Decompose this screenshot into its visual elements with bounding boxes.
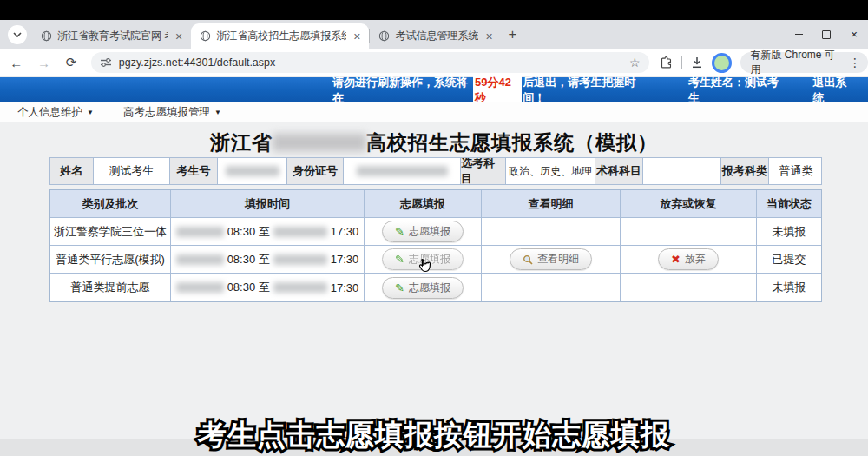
art-subject-label: 术科科目 <box>595 158 643 184</box>
tab-close-icon[interactable]: × <box>174 30 184 43</box>
back-button[interactable]: ← <box>5 56 28 70</box>
header-category: 类别及批次 <box>50 190 171 218</box>
tab-volunteer-system[interactable]: 浙江省高校招生志愿填报系统 × <box>191 23 369 49</box>
id-card-value-redacted <box>344 158 461 184</box>
tab-title: 浙江省教育考试院官网 考生办 <box>57 29 168 43</box>
logout-link[interactable]: 退出系统 <box>812 75 856 106</box>
abandon-button[interactable]: ✖ 放弃 <box>658 248 719 270</box>
time-end: 17:30 <box>331 253 359 266</box>
status-value: 未填报 <box>757 274 821 301</box>
time-start: 08:30 至 <box>227 280 270 295</box>
fill-cell: ✎ 志愿填报 <box>365 274 482 301</box>
notice-suffix: 后退出，请考生把握时间！ <box>523 75 652 106</box>
table-row: 普通类平行志愿(模拟) 08:30 至 17:30 ✎ 志愿填报 <box>50 246 821 274</box>
red-x-icon: ✖ <box>671 254 681 265</box>
new-tab-button[interactable]: + <box>509 26 517 43</box>
caret-down-icon: ▼ <box>87 109 94 116</box>
row-time: 08:30 至 17:30 <box>171 246 365 274</box>
globe-icon <box>41 30 52 42</box>
tab-title: 考试信息管理系统 <box>395 29 478 43</box>
redacted-year-blur <box>273 134 366 151</box>
pencil-icon: ✎ <box>395 282 404 294</box>
subjects-value: 政治、历史、地理 <box>506 158 595 184</box>
countdown-timer: 59分42秒 <box>473 75 522 106</box>
bookmark-star-icon[interactable]: ☆ <box>629 56 641 69</box>
redacted-blur <box>357 166 448 176</box>
system-notice-bar: 请勿进行刷新操作，系统将在 59分42秒 后退出，请考生把握时间！ 考生姓名：测… <box>0 77 868 102</box>
title-suffix: 高校招生志愿填报系统（模拟） <box>366 131 658 154</box>
tab-exam-info-system[interactable]: 考试信息管理系统 × <box>370 23 501 49</box>
page-title: 浙江省高校招生志愿填报系统（模拟） <box>0 129 868 156</box>
id-card-label: 身份证号 <box>287 158 344 184</box>
menu-label: 个人信息维护 <box>17 105 82 120</box>
window-controls: × <box>785 20 868 49</box>
row-time: 08:30 至 17:30 <box>171 274 365 301</box>
caret-down-icon: ▼ <box>214 109 221 116</box>
status-value: 已提交 <box>757 246 821 274</box>
row-time: 08:30 至 17:30 <box>171 218 365 246</box>
abandon-cell-empty <box>621 274 757 301</box>
menu-personal-info[interactable]: 个人信息维护 ▼ <box>17 105 94 120</box>
reload-button[interactable]: ⟳ <box>60 55 82 70</box>
fill-volunteer-button[interactable]: ✎ 志愿填报 <box>382 248 464 270</box>
magnifier-icon <box>523 254 533 265</box>
redacted-date-blur <box>176 227 224 237</box>
header-abandon: 放弃或恢复 <box>621 190 757 218</box>
notice-prefix: 请勿进行刷新操作，系统将在 <box>332 75 472 106</box>
video-caption: 考生点击志愿填报按钮开始志愿填报 <box>0 416 868 455</box>
title-prefix: 浙江省 <box>210 131 273 154</box>
pencil-icon: ✎ <box>395 226 404 237</box>
browser-toolbar: ← → ⟳ pgzy.zjzs.net:44301/default.aspx ☆… <box>0 49 868 77</box>
button-label: 放弃 <box>685 252 706 267</box>
exam-id-label: 考生号 <box>170 158 218 184</box>
letterbox-bar <box>0 0 868 20</box>
view-detail-button[interactable]: 查看明细 <box>510 248 592 270</box>
student-info-table: 姓名 测试考生 考生号 身份证号 选考科目 政治、历史、地理 术科科目 报考科类… <box>49 157 822 185</box>
student-name-label: 考生姓名：测试考生 <box>688 75 786 106</box>
detail-cell-empty <box>482 218 621 246</box>
fill-volunteer-button[interactable]: ✎ 志愿填报 <box>382 277 464 299</box>
button-label: 志愿填报 <box>409 224 450 239</box>
redacted-date-blur <box>176 282 224 293</box>
profile-avatar[interactable] <box>712 53 732 73</box>
download-icon[interactable] <box>691 56 703 69</box>
detail-cell: 查看明细 <box>482 246 621 274</box>
exam-id-value-redacted <box>218 158 287 184</box>
status-value: 未填报 <box>757 218 821 246</box>
address-bar[interactable]: pgzy.zjzs.net:44301/default.aspx ☆ <box>91 52 649 73</box>
redacted-blur <box>226 166 279 176</box>
tab-exam-office[interactable]: 浙江省教育考试院官网 考生办 × <box>32 23 191 49</box>
forward-button[interactable]: → <box>33 56 56 70</box>
category-value: 普通类 <box>769 158 823 184</box>
globe-icon <box>200 30 211 42</box>
header-time: 填报时间 <box>171 190 365 218</box>
menu-label: 高考志愿填报管理 <box>123 105 210 120</box>
menu-volunteer-management[interactable]: 高考志愿填报管理 ▼ <box>123 105 221 120</box>
extensions-icon[interactable] <box>660 56 673 69</box>
browser-menu-icon[interactable]: ⋮ <box>849 56 861 69</box>
maximize-button[interactable] <box>812 20 840 49</box>
close-window-button[interactable]: × <box>840 20 868 49</box>
screenshot-root: 浙江省教育考试院官网 考生办 × 浙江省高校招生志愿填报系统 × 考试信息管理系… <box>0 0 868 456</box>
batch-table: 类别及批次 填报时间 志愿填报 查看明细 放弃或恢复 当前状态 浙江警察学院三位… <box>49 189 822 302</box>
row-category: 普通类提前志愿 <box>50 274 171 301</box>
name-label: 姓名 <box>50 158 94 184</box>
tab-search-button[interactable] <box>8 25 27 44</box>
name-value: 测试考生 <box>94 158 170 184</box>
redacted-date-blur <box>176 254 224 265</box>
redacted-date-blur <box>273 282 327 293</box>
minimize-button[interactable] <box>785 20 812 49</box>
tab-close-icon[interactable]: × <box>352 30 362 43</box>
chrome-update-button[interactable]: 有新版 Chrome 可用 ⋮ <box>740 52 868 73</box>
fill-volunteer-button[interactable]: ✎ 志愿填报 <box>382 221 464 242</box>
button-label: 志愿填报 <box>409 281 450 295</box>
site-settings-icon[interactable] <box>100 57 112 68</box>
time-end: 17:30 <box>331 281 359 294</box>
table-row: 浙江警察学院三位一体 08:30 至 17:30 ✎ 志愿填报 未填报 <box>50 218 821 246</box>
url-text[interactable]: pgzy.zjzs.net:44301/default.aspx <box>119 56 622 69</box>
tab-close-icon[interactable]: × <box>483 30 494 43</box>
update-label: 有新版 Chrome 可用 <box>751 48 844 77</box>
fill-cell: ✎ 志愿填报 <box>365 218 482 246</box>
header-status: 当前状态 <box>757 190 821 218</box>
time-end: 17:30 <box>331 225 359 238</box>
